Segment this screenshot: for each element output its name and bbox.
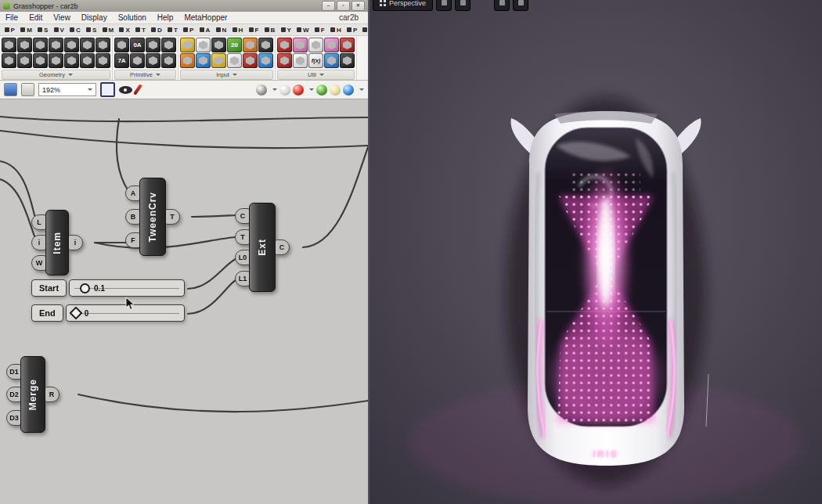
input-port[interactable]: A bbox=[125, 185, 141, 201]
slider-knob[interactable] bbox=[69, 307, 82, 320]
primitive-0a-icon[interactable]: 0A bbox=[130, 38, 145, 52]
preview-eye-icon[interactable] bbox=[119, 86, 132, 94]
component-icon[interactable] bbox=[293, 53, 308, 68]
component-icon[interactable] bbox=[180, 53, 195, 68]
zoom-select[interactable]: 192% bbox=[38, 83, 96, 96]
category-tab[interactable]: V bbox=[51, 27, 67, 34]
component-icon[interactable] bbox=[33, 38, 48, 52]
menu-help[interactable]: Help bbox=[152, 13, 179, 22]
group-label-geometry[interactable]: Geometry bbox=[2, 70, 110, 80]
node-extend-curve[interactable]: C T L0 L1 Ext C bbox=[235, 203, 290, 292]
category-tab[interactable]: F bbox=[246, 27, 261, 34]
component-icon[interactable] bbox=[114, 38, 129, 52]
primitive-7a-icon[interactable]: 7A bbox=[114, 53, 129, 68]
component-icon[interactable] bbox=[33, 53, 48, 68]
definition-canvas[interactable]: L i W Item i A B F TweenCrv T bbox=[0, 100, 368, 504]
preview-wire-icon[interactable] bbox=[256, 85, 267, 95]
output-port[interactable]: C bbox=[274, 239, 290, 255]
category-tab[interactable]: P bbox=[180, 27, 196, 34]
node-capsule[interactable]: TweenCrv bbox=[139, 178, 166, 256]
slider-track[interactable]: 0.1 bbox=[69, 279, 185, 297]
viewport-tool-button[interactable] bbox=[436, 0, 452, 11]
category-tab[interactable]: T bbox=[132, 27, 148, 34]
component-icon[interactable] bbox=[340, 53, 355, 68]
component-icon[interactable] bbox=[49, 38, 63, 52]
category-tab[interactable]: F bbox=[312, 27, 327, 34]
input-count-icon[interactable]: 20 bbox=[227, 38, 242, 52]
category-tab[interactable]: B bbox=[261, 27, 278, 34]
component-icon[interactable] bbox=[96, 53, 110, 68]
category-tab[interactable]: N bbox=[213, 27, 229, 34]
slider-end[interactable]: End 0 bbox=[31, 304, 185, 322]
menu-solution[interactable]: Solution bbox=[113, 13, 152, 22]
group-label-util[interactable]: Util bbox=[277, 70, 355, 80]
wire[interactable] bbox=[188, 280, 236, 314]
component-icon[interactable] bbox=[211, 53, 226, 68]
component-icon[interactable] bbox=[2, 38, 16, 52]
display-blue-icon[interactable] bbox=[343, 85, 354, 95]
output-port[interactable]: i bbox=[67, 235, 83, 250]
component-icon[interactable] bbox=[146, 53, 160, 68]
metahopper-icon[interactable] bbox=[324, 38, 339, 52]
close-button[interactable]: ✕ bbox=[352, 1, 365, 11]
category-tab[interactable]: H bbox=[327, 27, 344, 34]
component-icon[interactable] bbox=[17, 38, 32, 52]
input-port[interactable]: L0 bbox=[235, 250, 251, 265]
menu-edit[interactable]: Edit bbox=[23, 13, 48, 22]
component-icon[interactable] bbox=[96, 38, 110, 52]
component-icon[interactable] bbox=[161, 53, 176, 68]
component-icon[interactable] bbox=[80, 53, 95, 68]
viewport-tool-button[interactable] bbox=[513, 0, 528, 11]
wire[interactable] bbox=[78, 394, 368, 412]
component-icon[interactable] bbox=[49, 53, 63, 68]
node-list-item[interactable]: L i W Item i bbox=[31, 210, 83, 275]
component-icon[interactable] bbox=[258, 38, 273, 52]
input-port[interactable]: F bbox=[125, 232, 141, 248]
component-icon[interactable] bbox=[277, 53, 292, 68]
component-icon[interactable] bbox=[324, 53, 339, 68]
preview-shaded-icon[interactable] bbox=[279, 85, 290, 95]
slider-knob[interactable] bbox=[80, 283, 90, 293]
component-icon[interactable] bbox=[64, 53, 79, 68]
component-icon[interactable] bbox=[243, 38, 258, 52]
wire[interactable] bbox=[192, 215, 236, 217]
component-icon[interactable] bbox=[80, 38, 95, 52]
wire[interactable] bbox=[188, 259, 236, 289]
component-icon[interactable] bbox=[196, 53, 211, 68]
menu-display[interactable]: Display bbox=[76, 13, 113, 22]
category-tab[interactable]: Y bbox=[278, 27, 294, 34]
category-tab[interactable]: S bbox=[34, 27, 51, 34]
component-icon[interactable] bbox=[277, 38, 292, 52]
menu-file[interactable]: File bbox=[0, 13, 23, 22]
save-icon[interactable] bbox=[4, 83, 17, 96]
open-icon[interactable] bbox=[21, 83, 34, 96]
display-green-icon[interactable] bbox=[316, 85, 327, 95]
display-cream-icon[interactable] bbox=[330, 85, 341, 95]
component-icon[interactable] bbox=[17, 53, 32, 68]
wire[interactable] bbox=[0, 131, 368, 148]
zoom-extents-icon[interactable] bbox=[100, 82, 115, 97]
node-capsule[interactable]: Item bbox=[45, 210, 69, 275]
slider-start[interactable]: Start 0.1 bbox=[31, 279, 185, 297]
node-capsule[interactable]: Ext bbox=[249, 203, 276, 292]
titlebar[interactable]: Grasshopper - car2b – ▫ ✕ bbox=[0, 0, 368, 12]
category-tab[interactable]: P bbox=[344, 27, 360, 34]
category-tab[interactable]: P bbox=[2, 27, 18, 34]
maximize-button[interactable]: ▫ bbox=[337, 1, 350, 11]
minimize-button[interactable]: – bbox=[322, 1, 335, 11]
component-icon[interactable] bbox=[293, 38, 308, 52]
category-tab[interactable]: H bbox=[229, 27, 246, 34]
component-icon[interactable] bbox=[243, 53, 258, 68]
input-port[interactable]: L bbox=[31, 214, 47, 230]
group-label-primitive[interactable]: Primitive bbox=[114, 70, 176, 80]
category-tab[interactable]: T bbox=[164, 27, 180, 34]
component-icon[interactable] bbox=[258, 53, 273, 68]
input-port[interactable]: D2 bbox=[6, 387, 22, 402]
group-label-input[interactable]: Input bbox=[180, 70, 273, 80]
component-icon[interactable] bbox=[2, 53, 16, 68]
input-port[interactable]: T bbox=[235, 229, 251, 245]
component-icon[interactable] bbox=[211, 38, 226, 52]
category-tab[interactable]: D bbox=[148, 27, 164, 34]
component-icon[interactable] bbox=[161, 38, 176, 52]
category-tab[interactable]: W bbox=[294, 27, 312, 34]
